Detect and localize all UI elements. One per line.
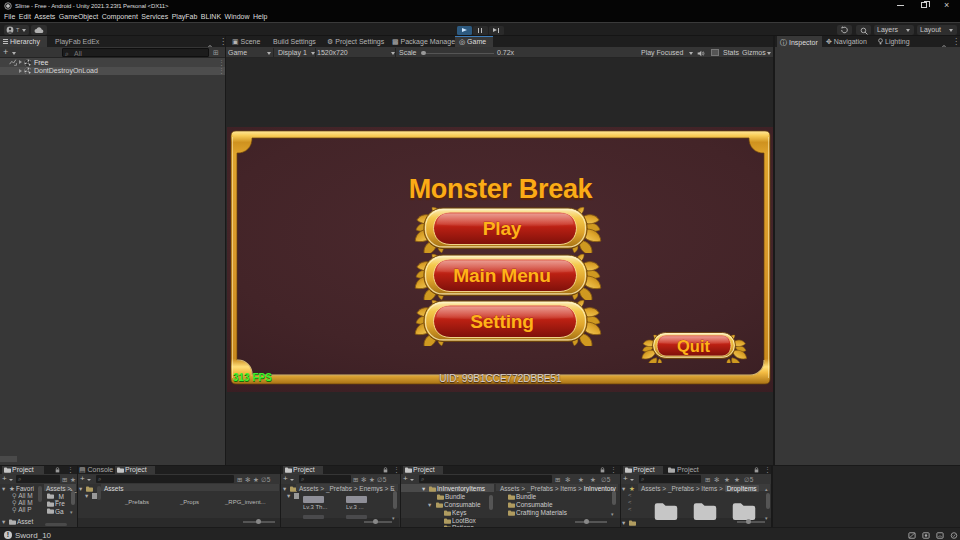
svg-text:Play: Play <box>482 218 521 239</box>
svg-text:Setting: Setting <box>470 312 534 333</box>
svg-text:Main Menu: Main Menu <box>453 265 550 286</box>
svg-text:Quit: Quit <box>677 337 710 355</box>
